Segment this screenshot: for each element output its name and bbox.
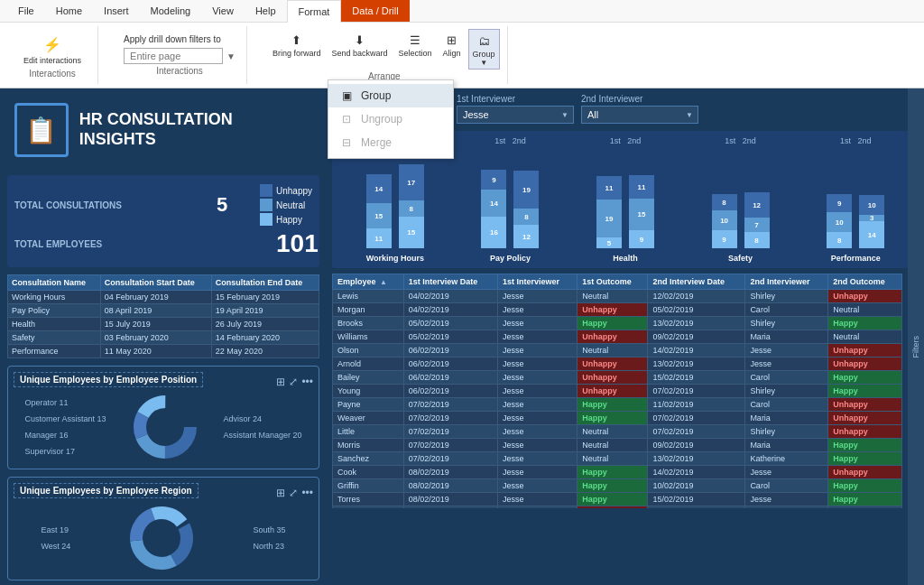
interactions-label2: Interactions [156, 66, 203, 76]
bar-label-h: Health [571, 254, 679, 263]
interviewer1-label: 1st Interviewer [457, 94, 574, 104]
total-employees-label: TOTAL EMPLOYEES [14, 239, 269, 249]
table-cell: 11/02/2019 [648, 398, 745, 412]
consult-table-cell: 04 February 2019 [100, 291, 211, 304]
header-text: HR CONSULTATION INSIGHTS [79, 110, 312, 149]
chart2-expand-icon[interactable]: ⤢ [289, 487, 298, 499]
legend-happy-label: Happy [276, 215, 302, 225]
bar-wh-2nd-happy: 15 [399, 217, 424, 248]
table-row: Cook08/02/2019JesseHappy14/02/2019JesseU… [333, 466, 902, 479]
filters-label: Filters [911, 336, 920, 358]
tab-modeling[interactable]: Modeling [140, 0, 202, 22]
table-row: Williams05/02/2019JesseUnhappy09/02/2019… [333, 330, 902, 344]
dt-col-2nd-interview-date[interactable]: 2nd Interview Date [648, 274, 745, 290]
tab-insert[interactable]: Insert [93, 0, 140, 22]
bar-wh-1st: 14 15 11 [366, 149, 392, 248]
chart1-more-icon[interactable]: ••• [301, 376, 313, 388]
consultations-table: Consultation Name Consultation Start Dat… [7, 274, 319, 358]
send-backward-button[interactable]: ⬇ Send backward [328, 29, 391, 70]
interactions-label: Interactions [29, 69, 76, 79]
interviewer2-label: 2nd Interviewer [581, 94, 698, 104]
dropdown-item-group[interactable]: ▣ Group [328, 84, 453, 107]
table-cell: 08/02/2019 [403, 466, 497, 479]
edit-interactions-button[interactable]: ⚡ Edit interactions [18, 32, 87, 67]
table-row: Torres08/02/2019JesseHappy15/02/2019Jess… [333, 493, 902, 506]
chart-employee-region: Unique Employees by Employee Region ⊞ ⤢ … [7, 477, 319, 580]
tab-home[interactable]: Home [45, 0, 93, 22]
table-cell: Jesse [498, 493, 578, 506]
table-cell: Torres [333, 493, 404, 506]
table-cell: Morris [333, 439, 404, 452]
table-cell: Bailey [333, 371, 404, 385]
arrange-group: ⬆ Bring forward ⬇ Send backward ☰ Select… [262, 26, 508, 84]
table-cell: 07/02/2019 [403, 425, 497, 439]
dt-col-2nd-outcome[interactable]: 2nd Outcome [828, 274, 902, 290]
table-cell: Shirley [745, 385, 828, 398]
chart1-filter-icon[interactable]: ⊞ [276, 376, 285, 388]
table-cell: 13/02/2019 [648, 452, 745, 466]
bar-perf-2nd-happy: 14 [859, 221, 884, 248]
table-cell: 07/02/2019 [648, 385, 745, 398]
table-cell: Unhappy [578, 385, 648, 398]
table-cell: Jesse [498, 466, 578, 479]
table-cell: Jesse [498, 303, 578, 317]
data-table-container[interactable]: Employee ▲ 1st Interview Date 1st Interv… [332, 274, 902, 508]
table-row: Morris07/02/2019JesseNeutral09/02/2019Ma… [333, 439, 902, 452]
selection-button[interactable]: ☰ Selection [395, 29, 436, 70]
table-cell: Jesse [498, 479, 578, 493]
table-cell: Katherine [745, 452, 828, 466]
dt-col-1st-interview-date[interactable]: 1st Interview Date [403, 274, 497, 290]
interviewer1-select[interactable]: Jesse [457, 106, 574, 124]
tab-help[interactable]: Help [245, 0, 287, 22]
consult-table-cell: Performance [8, 345, 101, 358]
table-cell: Unhappy [828, 290, 902, 303]
total-consultations-value: 5 [217, 193, 253, 217]
dt-col-employee[interactable]: Employee ▲ [333, 274, 404, 290]
dropdown-arrow-icon: ▼ [226, 51, 236, 61]
bring-forward-button[interactable]: ⬆ Bring forward [269, 29, 325, 70]
dropdown-item-ungroup[interactable]: ⊡ Ungroup [328, 107, 453, 131]
consult-table-cell: 15 February 2019 [211, 291, 319, 304]
table-cell: Neutral [578, 344, 648, 358]
table-row: Little07/02/2019JesseNeutral07/02/2019Sh… [333, 425, 902, 439]
legend-unhappy-box [260, 184, 273, 197]
table-cell: 08/02/2019 [403, 506, 497, 509]
bar-health: 11 19 5 11 15 9 [596, 149, 654, 248]
bar-performance: 9 10 8 10 3 14 [827, 149, 884, 248]
tab-file[interactable]: File [7, 0, 45, 22]
chart2-filter-icon[interactable]: ⊞ [276, 487, 285, 499]
chart1-expand-icon[interactable]: ⤢ [289, 376, 298, 388]
interviewer2-select[interactable]: All [581, 106, 698, 124]
table-cell: Unhappy [578, 330, 648, 344]
table-cell: Young [333, 385, 404, 398]
tab-format[interactable]: Format [287, 0, 342, 23]
table-cell: 13/02/2019 [648, 358, 745, 371]
group-button[interactable]: 🗂 Group ▼ [468, 29, 500, 70]
total-consultations-label: TOTAL CONSULTATIONS [14, 200, 209, 210]
bar-h-2nd-happy: 9 [629, 230, 654, 248]
chart2-more-icon[interactable]: ••• [301, 487, 313, 499]
table-cell: Neutral [578, 425, 648, 439]
tab-data-drill[interactable]: Data / Drill [341, 0, 409, 22]
entire-page-input[interactable] [124, 48, 223, 64]
bar-charts-row: 14 15 11 17 8 15 9 14 16 [337, 149, 913, 248]
bar-perf-2nd-neutral: 3 [859, 215, 884, 221]
dt-col-1st-interviewer[interactable]: 1st Interviewer [498, 274, 578, 290]
total-consultations-row: TOTAL CONSULTATIONS 5 Unhappy Neutral Ha… [14, 184, 312, 226]
bar-pp-2nd-unhappy: 19 [513, 171, 539, 209]
donut-labels-right: Advisor 24 Assistant Manager 20 [223, 414, 301, 440]
bar-pp-2nd-neutral: 8 [513, 209, 539, 225]
table-cell: Happy [578, 398, 648, 412]
group-dropdown-menu: ▣ Group ⊡ Ungroup ⊟ Merge [328, 79, 454, 159]
table-cell: 07/02/2019 [648, 425, 745, 439]
dropdown-item-merge[interactable]: ⊟ Merge [328, 131, 453, 154]
legend-neutral: Neutral [260, 199, 312, 211]
tab-view[interactable]: View [201, 0, 245, 22]
table-cell: Jesse [498, 412, 578, 425]
table-cell: Unhappy [578, 358, 648, 371]
dt-col-2nd-interviewer[interactable]: 2nd Interviewer [745, 274, 828, 290]
dt-col-1st-outcome[interactable]: 1st Outcome [578, 274, 648, 290]
bring-forward-icon: ⬆ [288, 31, 306, 49]
table-cell: 12/02/2019 [648, 290, 745, 303]
align-button[interactable]: ⊞ Align [439, 29, 465, 70]
